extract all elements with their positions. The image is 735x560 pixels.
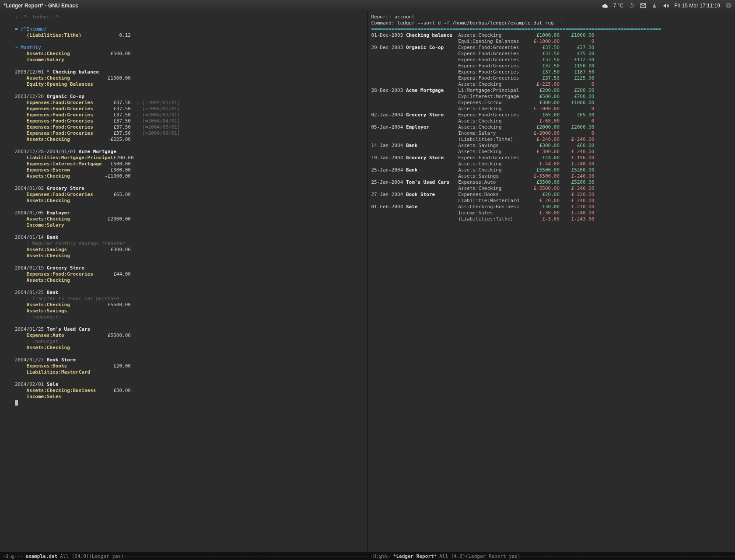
weather-icon [602, 3, 608, 9]
ledger-report-buffer[interactable]: Report: accountCommand: ledger --sort d … [368, 11, 735, 552]
weather-text: 7 °C [613, 3, 623, 9]
modeline-flags: -U:@--- [3, 553, 23, 559]
modeline-mode: (Ledger yas) [89, 553, 123, 559]
modeline-mode: (Ledger Report yas) [466, 553, 521, 559]
modeline-fill: ----------------------------------------… [124, 553, 368, 559]
clock-text: Fri 15 Mar 17:11:19 [674, 3, 720, 9]
right-pane: Report: accountCommand: ledger --sort d … [368, 11, 735, 560]
emacs-frame: ; -*- ledger -*- = /^Income/ (Liabilitie… [0, 11, 735, 560]
network-icon[interactable] [651, 3, 658, 9]
system-tray: 7 °C Fri 15 Mar 17:11:19 [602, 3, 732, 9]
modeline-position: All (4,0) [439, 553, 466, 559]
settings-icon[interactable] [725, 3, 732, 9]
refresh-icon[interactable] [629, 3, 635, 9]
ledger-source-buffer[interactable]: ; -*- ledger -*- = /^Income/ (Liabilitie… [0, 11, 368, 552]
left-pane: ; -*- ledger -*- = /^Income/ (Liabilitie… [0, 11, 368, 560]
modeline-right: -U:@%%- *Ledger Report* All (4,0) (Ledge… [368, 552, 735, 560]
modeline-left: -U:@--- example.dat All (64,0) (Ledger y… [0, 552, 368, 560]
modeline-buffer-name: example.dat [25, 553, 57, 559]
modeline-fill: ----------------------------------------… [521, 553, 735, 559]
modeline-position: All (64,0) [60, 553, 89, 559]
volume-icon[interactable] [663, 3, 669, 9]
titlebar: *Ledger Report* - GNU Emacs 7 °C Fri 15 … [0, 0, 735, 11]
window-title: *Ledger Report* - GNU Emacs [4, 3, 78, 9]
mail-icon[interactable] [640, 3, 646, 9]
modeline-buffer-name: *Ledger Report* [393, 553, 437, 559]
modeline-flags: -U:@%%- [371, 553, 391, 559]
